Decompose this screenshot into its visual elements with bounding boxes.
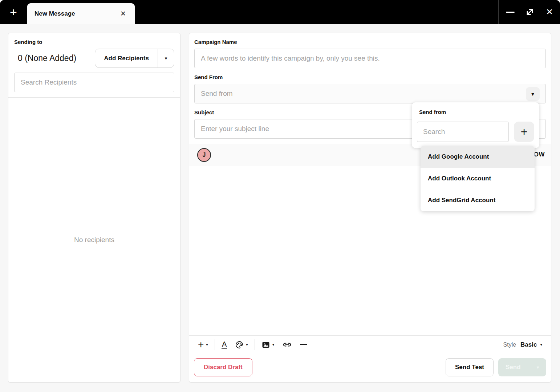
add-account-button[interactable]: + [514, 122, 534, 142]
send-from-popup-menu: Add Google Account Add Outlook Account A… [421, 146, 535, 211]
avatar-initial: J [203, 152, 206, 158]
chevron-down-icon: ▾ [272, 342, 275, 347]
text-color-icon: A [222, 340, 227, 349]
compose-footer: Discard Draft Send Test Send ▾ [189, 354, 551, 382]
send-button-label: Send [506, 364, 521, 371]
plus-icon: + [10, 6, 17, 18]
no-recipients-text: No recipients [74, 236, 114, 244]
tab-title: New Message [35, 10, 75, 17]
add-recipients-button[interactable]: Add Recipients ▾ [95, 49, 174, 68]
insert-image-button[interactable]: ▾ [259, 339, 277, 351]
minus-icon [300, 344, 307, 345]
tab-close-button[interactable]: ✕ [119, 9, 127, 19]
partial-link[interactable]: OW [534, 151, 545, 158]
search-recipients-input[interactable] [14, 73, 174, 92]
maximize-button[interactable] [524, 7, 535, 17]
add-recipients-dropdown-toggle[interactable]: ▾ [158, 49, 174, 68]
minimize-button[interactable] [505, 7, 516, 17]
link-icon [282, 340, 292, 350]
theme-color-button[interactable]: ▾ [233, 339, 250, 351]
style-selector[interactable]: Basic ▾ [520, 341, 542, 348]
menu-item-add-sendgrid-account[interactable]: Add SendGrid Account [421, 189, 535, 211]
discard-draft-button[interactable]: Discard Draft [194, 358, 252, 376]
send-from-dropdown-button[interactable]: ▼ [526, 87, 540, 101]
avatar[interactable]: J [197, 148, 211, 162]
toolbar-divider [255, 339, 255, 350]
tab-new-message[interactable]: New Message ✕ [27, 3, 135, 24]
chevron-down-icon: ▾ [537, 365, 539, 370]
palette-icon [235, 340, 244, 349]
send-from-select[interactable]: Send from ▼ [194, 84, 546, 103]
style-value: Basic [520, 341, 537, 348]
new-tab-button[interactable]: + [7, 5, 20, 19]
sending-to-label: Sending to [14, 39, 174, 45]
controls-separator [498, 0, 499, 24]
send-from-label: Send From [194, 74, 546, 80]
close-icon: ✕ [120, 10, 126, 17]
window-close-button[interactable]: ✕ [544, 7, 555, 17]
editor-toolbar: + ▾ A ▾ ▾ [189, 335, 551, 354]
chevron-down-icon: ▼ [530, 91, 535, 97]
insert-link-button[interactable] [280, 338, 294, 351]
close-icon: ✕ [546, 8, 553, 16]
campaign-name-input[interactable] [194, 49, 546, 68]
horizontal-rule-button[interactable] [298, 343, 309, 347]
image-icon [261, 340, 270, 349]
send-from-popup: Send from + [412, 102, 539, 148]
text-format-button[interactable]: A [219, 339, 229, 351]
menu-item-add-outlook-account[interactable]: Add Outlook Account [421, 168, 535, 189]
chevron-down-icon: ▾ [165, 56, 167, 61]
send-from-placeholder: Send from [201, 90, 233, 98]
recipients-panel: Sending to 0 (None Added) Add Recipients… [8, 33, 180, 383]
send-from-popup-title: Send from [419, 109, 534, 115]
campaign-name-label: Campaign Name [194, 39, 546, 45]
send-test-button[interactable]: Send Test [446, 358, 494, 376]
recipient-count: 0 (None Added) [14, 53, 76, 63]
chevron-down-icon: ▾ [206, 342, 208, 347]
toolbar-divider [215, 339, 215, 350]
insert-button[interactable]: + ▾ [196, 338, 210, 351]
plus-icon: + [521, 126, 528, 138]
recipients-panel-header: Sending to 0 (None Added) Add Recipients… [8, 33, 180, 98]
add-recipients-label: Add Recipients [95, 49, 158, 68]
window-controls: ✕ [505, 0, 555, 24]
style-label: Style [503, 342, 516, 348]
top-bar: + New Message ✕ ✕ [0, 0, 560, 24]
send-from-search-input[interactable] [417, 122, 509, 142]
recipients-empty-state: No recipients [8, 98, 180, 382]
plus-icon: + [198, 340, 204, 350]
minimize-icon [506, 12, 515, 13]
send-button[interactable]: Send ▾ [498, 358, 546, 376]
chevron-down-icon: ▾ [540, 342, 542, 347]
expand-icon [525, 7, 535, 17]
menu-item-add-google-account[interactable]: Add Google Account [421, 146, 535, 168]
chevron-down-icon: ▾ [246, 342, 248, 347]
